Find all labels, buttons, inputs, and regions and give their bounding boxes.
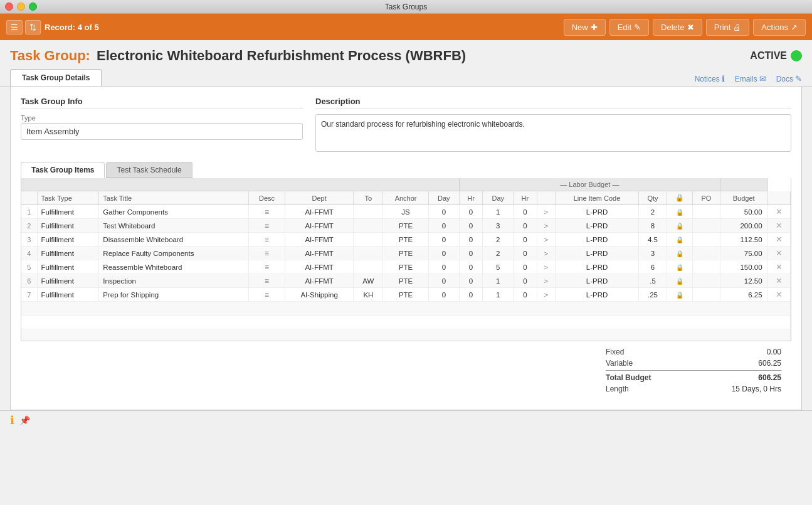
col-header-start-day: Day: [428, 191, 459, 205]
length-label: Length: [606, 385, 641, 393]
row-start-hr: 0: [459, 247, 482, 260]
row-lock: 🔒: [667, 247, 693, 260]
table-row[interactable]: 2 Fulfillment Test Whiteboard ≡ AI-FFMT …: [21, 219, 791, 233]
row-po: [693, 247, 720, 260]
col-header-num: [21, 191, 37, 205]
row-anchor: PTE: [383, 247, 428, 260]
notices-link[interactable]: Notices ℹ: [695, 74, 725, 83]
minimize-button[interactable]: [17, 3, 25, 11]
row-num: 5: [21, 260, 37, 274]
row-desc[interactable]: ≡: [249, 288, 285, 302]
row-end-day: 1: [483, 274, 514, 288]
row-po: [693, 219, 720, 233]
row-remove[interactable]: ✕: [767, 233, 790, 247]
status-badge: ACTIVE: [750, 50, 802, 61]
row-remove[interactable]: ✕: [767, 274, 790, 288]
row-arrow: >: [537, 288, 556, 302]
row-end-day: 2: [483, 247, 514, 260]
form-left: Task Group Info Type Item Assembly: [21, 97, 303, 152]
emails-link[interactable]: Emails ✉: [735, 74, 766, 83]
row-num: 2: [21, 219, 37, 233]
row-end-day: 5: [483, 260, 514, 274]
task-items-table: — Labor Budget — Task Type Task Title De…: [21, 178, 791, 341]
table-row[interactable]: 5 Fulfillment Reassemble Whiteboard ≡ AI…: [21, 260, 791, 274]
row-start-day: 0: [428, 205, 459, 219]
inner-tab-test-task-schedule[interactable]: Test Task Schedule: [106, 162, 192, 178]
nav-menu-button[interactable]: ☰: [6, 20, 23, 35]
row-desc[interactable]: ≡: [249, 205, 285, 219]
row-lock: 🔒: [667, 260, 693, 274]
row-anchor: PTE: [383, 219, 428, 233]
table-row[interactable]: 1 Fulfillment Gather Components ≡ AI-FFM…: [21, 205, 791, 219]
main-tabs: Task Group Details: [10, 69, 103, 86]
row-po: [693, 260, 720, 274]
col-header-anchor: Anchor: [383, 191, 428, 205]
row-arrow: >: [537, 205, 556, 219]
tab-task-group-details[interactable]: Task Group Details: [10, 69, 102, 86]
actions-label: Actions: [761, 23, 788, 32]
row-dept: AI-FFMT: [285, 205, 354, 219]
row-line-item-code: L-PRD: [556, 247, 638, 260]
row-dept: AI-FFMT: [285, 260, 354, 274]
print-button[interactable]: Print 🖨: [706, 19, 750, 36]
table-row[interactable]: 4 Fulfillment Replace Faulty Components …: [21, 247, 791, 260]
row-lock: 🔒: [667, 205, 693, 219]
table-row[interactable]: 7 Fulfillment Prep for Shipping ≡ AI-Shi…: [21, 288, 791, 302]
inner-tabs: Task Group Items Test Task Schedule: [21, 162, 791, 178]
row-line-item-code: L-PRD: [556, 205, 638, 219]
row-remove[interactable]: ✕: [767, 205, 790, 219]
row-desc[interactable]: ≡: [249, 219, 285, 233]
row-desc[interactable]: ≡: [249, 233, 285, 247]
pin-icon[interactable]: 📌: [19, 415, 30, 425]
info-icon[interactable]: ℹ: [10, 413, 14, 427]
row-end-hr: 0: [514, 219, 537, 233]
row-start-hr: 0: [459, 219, 482, 233]
row-end-hr: 0: [514, 205, 537, 219]
col-header-to: To: [354, 191, 383, 205]
docs-link[interactable]: Docs ✎: [776, 74, 802, 83]
col-header-start-hr: Hr: [459, 191, 482, 205]
actions-icon: ↗: [791, 23, 798, 32]
nav-arrows-button[interactable]: ⇅: [25, 20, 41, 35]
actions-button[interactable]: Actions ↗: [753, 19, 806, 36]
col-header-budget: Budget: [720, 191, 767, 205]
form-section: Task Group Info Type Item Assembly Descr…: [21, 97, 791, 152]
table-row[interactable]: 3 Fulfillment Disassemble Whiteboard ≡ A…: [21, 233, 791, 247]
row-start-day: 0: [428, 233, 459, 247]
row-po: [693, 274, 720, 288]
close-button[interactable]: [5, 3, 13, 11]
delete-button[interactable]: Delete ✖: [653, 19, 702, 36]
new-button[interactable]: New ✚: [564, 19, 606, 36]
row-desc[interactable]: ≡: [249, 274, 285, 288]
row-desc[interactable]: ≡: [249, 260, 285, 274]
row-dept: AI-FFMT: [285, 233, 354, 247]
row-remove[interactable]: ✕: [767, 260, 790, 274]
row-to: [354, 247, 383, 260]
row-task-type: Fulfillment: [37, 219, 99, 233]
print-label: Print: [714, 23, 731, 32]
totals-total-budget-row: Total Budget 606.25: [606, 370, 781, 383]
row-task-type: Fulfillment: [37, 274, 99, 288]
row-remove[interactable]: ✕: [767, 288, 790, 302]
row-remove[interactable]: ✕: [767, 219, 790, 233]
record-label: Record: 4 of 5: [45, 23, 99, 32]
row-lock: 🔒: [667, 219, 693, 233]
row-task-type: Fulfillment: [37, 205, 99, 219]
row-task-title: Gather Components: [99, 205, 249, 219]
maximize-button[interactable]: [29, 3, 37, 11]
print-icon: 🖨: [733, 23, 741, 32]
row-task-type: Fulfillment: [37, 233, 99, 247]
inner-tab-task-group-items[interactable]: Task Group Items: [21, 162, 105, 178]
table-row[interactable]: 6 Fulfillment Inspection ≡ AI-FFMT AW PT…: [21, 274, 791, 288]
row-budget: 200.00: [720, 219, 767, 233]
row-task-type: Fulfillment: [37, 247, 99, 260]
row-desc[interactable]: ≡: [249, 247, 285, 260]
row-line-item-code: L-PRD: [556, 274, 638, 288]
row-remove[interactable]: ✕: [767, 247, 790, 260]
totals-length-row: Length 15 Days, 0 Hrs: [606, 383, 781, 395]
row-task-title: Replace Faulty Components: [99, 247, 249, 260]
delete-icon: ✖: [687, 23, 694, 32]
edit-button[interactable]: Edit ✎: [609, 19, 649, 36]
row-line-item-code: L-PRD: [556, 260, 638, 274]
fixed-value: 0.00: [731, 348, 781, 356]
